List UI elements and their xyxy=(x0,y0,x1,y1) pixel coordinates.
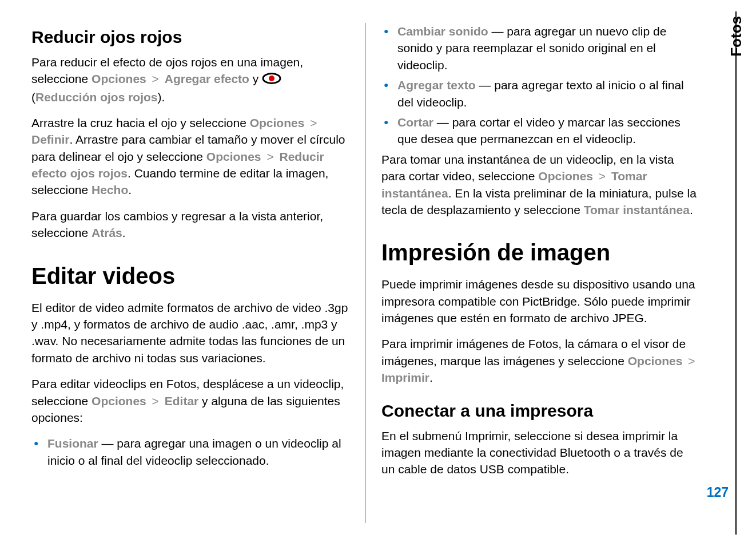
breadcrumb-sep: > xyxy=(150,394,161,407)
menu-reduccion-ojos-rojos: Reducción ojos rojos xyxy=(35,90,158,104)
para-red-eye-save: Para guardar los cambios y regresar a la… xyxy=(31,208,349,242)
para-print-intro: Puede imprimir imágenes desde su disposi… xyxy=(381,276,699,326)
text: Arrastre la cruz hacia el ojo y seleccio… xyxy=(31,116,250,129)
menu-opciones: Opciones xyxy=(91,394,146,407)
right-column: Cambiar sonido — para agregar un nuevo c… xyxy=(365,23,699,523)
para-snapshot: Para tomar una instantánea de un videocl… xyxy=(381,151,699,219)
menu-agregar-efecto: Agregar efecto xyxy=(165,72,249,85)
heading-image-printing: Impresión de imagen xyxy=(381,240,699,266)
breadcrumb-sep: > xyxy=(264,150,276,163)
menu-hecho: Hecho xyxy=(91,183,128,196)
para-red-eye-intro: Para reducir el efecto de ojos rojos en … xyxy=(31,54,349,105)
list-item: Fusionar — para agregar una imagen o un … xyxy=(31,435,349,469)
option-cambiar-sonido: Cambiar sonido xyxy=(397,25,488,38)
menu-atras: Atrás xyxy=(91,226,122,239)
menu-definir: Definir xyxy=(31,133,70,146)
text: . xyxy=(690,203,693,216)
menu-imprimir: Imprimir xyxy=(381,371,429,384)
text: ( xyxy=(31,90,35,104)
text: — para cortar el video y marcar las secc… xyxy=(397,116,681,145)
text: Para guardar los cambios y regresar a la… xyxy=(31,209,323,239)
svg-point-1 xyxy=(269,76,274,81)
breadcrumb-sep: > xyxy=(686,354,697,367)
list-item: Agregar texto — para agregar texto al in… xyxy=(381,77,699,110)
page-columns: Reducir ojos rojos Para reducir el efect… xyxy=(31,23,699,523)
menu-opciones: Opciones xyxy=(538,169,593,183)
page-number: 127 xyxy=(707,485,729,500)
list-item: Cortar — para cortar el video y marcar l… xyxy=(381,114,699,148)
menu-opciones: Opciones xyxy=(91,72,146,85)
breadcrumb-sep: > xyxy=(596,169,608,183)
text: . xyxy=(128,183,132,196)
text: y xyxy=(253,72,262,85)
list-item: Cambiar sonido — para agregar un nuevo c… xyxy=(381,23,699,73)
section-tab: Fotos xyxy=(727,16,745,57)
para-print-steps: Para imprimir imágenes de Fotos, la cáma… xyxy=(381,335,699,386)
video-edit-options-list-cont: Cambiar sonido — para agregar un nuevo c… xyxy=(381,23,699,148)
text: ). xyxy=(158,90,165,104)
breadcrumb-sep: > xyxy=(150,72,161,85)
menu-opciones: Opciones xyxy=(206,150,261,163)
para-red-eye-steps: Arrastre la cruz hacia el ojo y seleccio… xyxy=(31,114,349,199)
menu-tomar-instantanea: Tomar instantánea xyxy=(584,203,690,216)
menu-editar: Editar xyxy=(165,394,199,407)
para-video-edit-intro: Para editar videoclips en Fotos, desplác… xyxy=(31,375,349,426)
para-connect-printer: En el submenú Imprimir, seleccione si de… xyxy=(381,428,699,478)
heading-edit-videos: Editar videos xyxy=(31,263,349,289)
para-video-formats: El editor de video admite formatos de ar… xyxy=(31,299,349,367)
text: . xyxy=(429,371,433,384)
menu-opciones: Opciones xyxy=(628,354,683,367)
left-column: Reducir ojos rojos Para reducir el efect… xyxy=(31,23,365,523)
side-rule xyxy=(735,11,737,535)
red-eye-icon xyxy=(262,72,281,88)
breadcrumb-sep: > xyxy=(308,116,319,129)
option-cortar: Cortar xyxy=(397,116,433,129)
text: . xyxy=(122,226,126,239)
heading-connect-printer: Conectar a una impresora xyxy=(381,401,699,421)
heading-reduce-red-eye: Reducir ojos rojos xyxy=(31,27,349,47)
option-fusionar: Fusionar xyxy=(47,437,98,450)
video-edit-options-list: Fusionar — para agregar una imagen o un … xyxy=(31,435,349,469)
option-agregar-texto: Agregar texto xyxy=(397,78,476,92)
menu-opciones: Opciones xyxy=(250,116,305,129)
